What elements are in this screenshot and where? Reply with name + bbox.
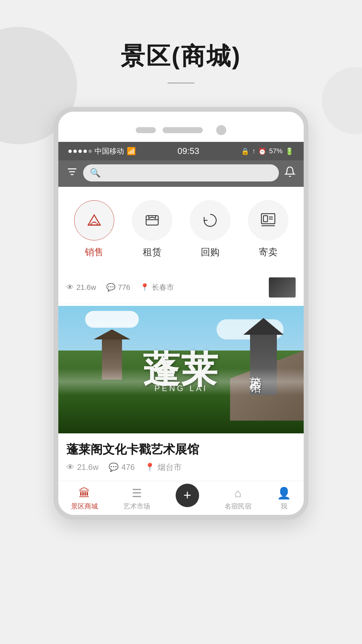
alarm-icon: ⏰ — [258, 147, 266, 155]
phone-speaker — [163, 127, 203, 133]
card-stats: 👁 21.6w 💬 476 📍 烟台市 — [58, 462, 304, 481]
partial-views: 👁 21.6w — [66, 283, 96, 292]
comment-icon-partial: 💬 — [106, 283, 115, 292]
plus-icon: + — [183, 488, 191, 503]
card-text-overlay: 蓬莱 PENG LAI 艺术展馆 — [58, 306, 304, 433]
tab-me[interactable]: 👤 我 — [277, 486, 291, 511]
me-label: 我 — [281, 502, 287, 511]
card-comments: 💬 476 — [109, 463, 135, 472]
partial-stats-row: 👁 21.6w 💬 776 📍 长春市 — [58, 272, 304, 303]
category-item-sales[interactable]: 销售 — [74, 200, 114, 259]
search-icon: 🔍 — [90, 168, 101, 178]
comment-icon: 💬 — [109, 463, 119, 472]
wifi-icon: 📶 — [127, 147, 136, 156]
me-icon: 👤 — [277, 486, 291, 500]
page-title: 景区(商城) — [0, 40, 362, 72]
category-icon-consign — [248, 200, 288, 240]
category-label-rental: 租赁 — [143, 246, 162, 259]
search-input[interactable]: 🔍 — [83, 164, 279, 181]
lock-icon: 🔒 — [241, 147, 249, 155]
category-label-buyback: 回购 — [201, 246, 220, 259]
status-bar: 中国移动 📶 09:53 🔒 ↑ ⏰ 57% 🔋 — [58, 142, 304, 160]
phone-button-small — [136, 127, 156, 133]
main-card[interactable]: 蓬莱 PENG LAI 艺术展馆 蓬莱阁文化卡戳艺术展馆 👁 21.6w 💬 4… — [58, 306, 304, 481]
penglai-latin-text: PENG LAI — [155, 384, 208, 393]
carrier-label: 中国移动 — [95, 146, 124, 156]
category-label-sales: 销售 — [85, 246, 104, 259]
phone-top-bar — [58, 122, 304, 142]
card-title: 蓬莱阁文化卡戳艺术展馆 — [58, 433, 304, 462]
tab-art[interactable]: ☰ 艺术市场 — [123, 486, 150, 511]
category-row: 销售 租赁 回购 — [58, 187, 304, 272]
partial-thumbnail — [269, 277, 296, 298]
location-icon-partial: 📍 — [140, 283, 149, 292]
battery-icon: 🔋 — [285, 147, 294, 155]
location-icon: 📍 — [145, 463, 155, 472]
card-image: 蓬莱 PENG LAI 艺术展馆 — [58, 306, 304, 433]
tab-add[interactable]: + — [176, 490, 199, 507]
battery-label: 57% — [269, 147, 283, 155]
card-views: 👁 21.6w — [66, 463, 99, 472]
home-icon: ⌂ — [235, 487, 242, 500]
clock: 09:53 — [177, 146, 199, 156]
art-label: 艺术市场 — [123, 502, 150, 511]
card-location: 📍 烟台市 — [145, 462, 182, 473]
category-icon-buyback — [190, 200, 230, 240]
category-icon-sales — [74, 200, 114, 240]
gps-icon: ↑ — [252, 147, 255, 155]
penglai-big-text: 蓬莱 — [143, 351, 219, 388]
art-icon: ☰ — [132, 486, 142, 500]
bottom-tab-bar: 🏛 景区商城 ☰ 艺术市场 + ⌂ 名宿民宿 👤 我 — [58, 481, 304, 515]
filter-icon[interactable] — [66, 166, 78, 180]
phone-mockup: 中国移动 📶 09:53 🔒 ↑ ⏰ 57% 🔋 🔍 — [54, 107, 308, 520]
eye-icon: 👁 — [66, 463, 74, 472]
bell-icon[interactable] — [284, 166, 296, 180]
category-item-buyback[interactable]: 回购 — [190, 200, 230, 259]
title-divider — [168, 83, 194, 84]
phone-camera — [216, 125, 226, 135]
scenic-label: 景区商城 — [71, 502, 98, 511]
search-bar-area: 🔍 — [58, 160, 304, 187]
partial-location: 📍 长春市 — [140, 282, 174, 292]
tab-home[interactable]: ⌂ 名宿民宿 — [225, 487, 251, 511]
eye-icon-partial: 👁 — [66, 283, 74, 292]
scenic-icon: 🏛 — [79, 487, 90, 500]
page-header: 景区(商城) — [0, 0, 362, 107]
status-right: 🔒 ↑ ⏰ 57% 🔋 — [241, 147, 294, 155]
category-icon-rental — [132, 200, 172, 240]
signal-dots — [68, 150, 92, 153]
status-left: 中国移动 📶 — [68, 146, 136, 156]
category-label-consign: 寄卖 — [259, 246, 278, 259]
partial-comments: 💬 776 — [106, 283, 130, 292]
tab-scenic[interactable]: 🏛 景区商城 — [71, 487, 98, 511]
art-exhibition-text: 艺术展馆 — [247, 367, 263, 372]
category-item-rental[interactable]: 租赁 — [132, 200, 172, 259]
home-label: 名宿民宿 — [225, 502, 251, 511]
svg-rect-9 — [263, 216, 267, 222]
add-button[interactable]: + — [176, 484, 199, 507]
category-item-consign[interactable]: 寄卖 — [248, 200, 288, 259]
